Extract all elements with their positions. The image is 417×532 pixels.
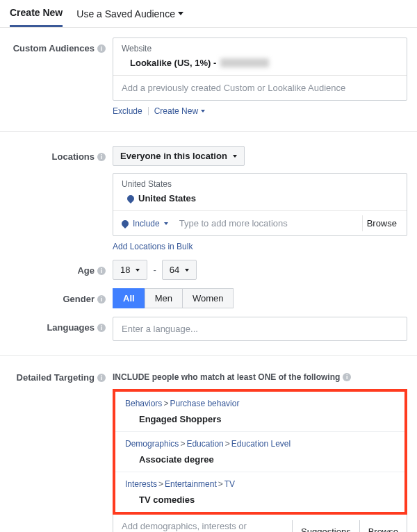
redacted-text [220,58,269,67]
chevron-down-icon [185,269,189,272]
age-min-select[interactable]: 18 [113,260,147,280]
gender-men-button[interactable]: Men [145,288,183,308]
info-icon[interactable]: i [97,324,106,332]
targeting-item[interactable]: Interests>Entertainment>TV TV comedies [115,472,404,512]
targeting-value: Associate degree [125,449,395,465]
info-icon[interactable]: i [97,153,106,161]
detailed-targeting-input[interactable]: Add demographics, interests or behaviors [113,515,292,532]
info-icon[interactable]: i [97,267,106,275]
label-gender: Gender i [10,288,113,304]
chevron-down-icon [178,12,183,15]
targeting-breadcrumb: Behaviors>Purchase behavior [125,399,395,408]
detailed-include-title: INCLUDE people who match at least ONE of… [113,369,407,389]
audience-entry[interactable]: Lookalike (US, 1%) - [113,55,407,75]
location-entry[interactable]: United States [113,192,407,210]
browse-button[interactable]: Browse [359,520,407,533]
chevron-down-icon [201,110,205,113]
pin-icon [120,218,130,228]
audience-entry-text: Lookalike (US, 1%) - [130,58,216,68]
targeting-item[interactable]: Demographics>Education>Education Level A… [115,431,404,472]
locations-panel: United States United States Include Type… [113,173,407,236]
label-locations: Locations i [10,146,113,162]
age-max-select[interactable]: 64 [162,260,197,280]
suggestions-button[interactable]: Suggestions [292,520,359,533]
age-range-dash: - [153,265,156,275]
exclude-link[interactable]: Exclude [113,106,142,116]
tab-saved-audience-label: Use a Saved Audience [76,8,175,19]
location-input[interactable]: Type to add more locations [177,215,357,231]
tab-create-new[interactable]: Create New [10,7,63,27]
add-locations-bulk-link[interactable]: Add Locations in Bulk [113,236,407,251]
gender-toggle-group: All Men Women [113,288,407,308]
audience-source-label: Website [113,38,407,55]
browse-locations-button[interactable]: Browse [362,215,401,231]
gender-all-button[interactable]: All [113,288,145,308]
gender-women-button[interactable]: Women [182,288,234,308]
divider [148,107,149,115]
label-custom-audiences: Custom Audiences i [10,38,113,53]
targeting-value: TV comedies [125,489,395,505]
tab-saved-audience[interactable]: Use a Saved Audience [76,8,183,26]
custom-audiences-panel: Website Lookalike (US, 1%) - Add a previ… [113,38,407,101]
targeting-breadcrumb: Interests>Entertainment>TV [125,479,395,489]
info-icon[interactable]: i [97,295,106,304]
info-icon[interactable]: i [97,374,106,382]
targeting-value: Engaged Shoppers [125,408,395,424]
custom-audience-input[interactable]: Add a previously created Custom or Looka… [113,75,407,100]
label-detailed-targeting: Detailed Targeting i [10,369,113,383]
location-group-label: United States [113,174,407,192]
info-icon[interactable]: i [343,373,351,381]
chevron-down-icon [136,269,140,272]
languages-input[interactable]: Enter a language... [113,317,407,341]
location-mode-select[interactable]: Everyone in this location [113,146,245,166]
targeting-item[interactable]: Behaviors>Purchase behavior Engaged Shop… [115,392,404,431]
label-languages: Languages i [10,317,113,333]
info-icon[interactable]: i [97,44,106,53]
label-age: Age i [10,260,113,276]
pin-icon [126,193,136,203]
include-dropdown[interactable]: Include [119,217,171,230]
detailed-targeting-highlight-box: Behaviors>Purchase behavior Engaged Shop… [113,389,407,515]
create-new-link[interactable]: Create New [154,106,205,116]
chevron-down-icon [233,155,237,158]
chevron-down-icon [164,222,168,225]
targeting-breadcrumb: Demographics>Education>Education Level [125,439,395,449]
